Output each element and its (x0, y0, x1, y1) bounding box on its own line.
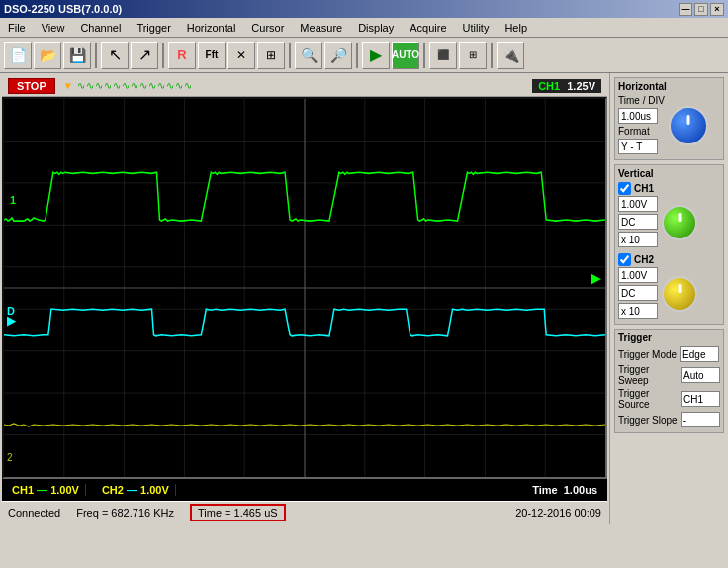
tb-ch1[interactable]: R (168, 42, 196, 69)
tb-sep1 (95, 43, 97, 68)
svg-text:2: 2 (7, 452, 13, 463)
trigger-mode-label: Trigger Mode (618, 349, 677, 360)
status-bottom: CH1 — 1.00V CH2 — 1.00V Time 1.00us (2, 479, 607, 501)
menu-channel[interactable]: Channel (76, 21, 125, 35)
tb-cursor-select[interactable]: ↗ (131, 42, 158, 69)
tb-fft[interactable]: Fft (198, 42, 226, 69)
ch2-checkbox-row: CH2 (618, 253, 720, 266)
trigger-signal: ▼ ∿∿∿∿∿∿∿∿∿∿∿∿∿ (65, 80, 193, 91)
ch1-label: CH1 (634, 183, 654, 194)
waveform-display: ▶ ▶ 2 1 D (4, 99, 605, 477)
tb-auto[interactable]: AUTO (392, 42, 419, 69)
svg-text:D: D (7, 304, 15, 316)
ch2-checkbox[interactable] (618, 253, 631, 266)
status-top: STOP ▼ ∿∿∿∿∿∿∿∿∿∿∿∿∿ CH1 1.25V (2, 75, 607, 97)
tb-zoom[interactable]: 🔎 (324, 42, 352, 69)
vertical-title: Vertical (618, 168, 720, 179)
tb-stop2[interactable]: ⊞ (459, 42, 487, 69)
ch2-knob-row: 1.00V DC x 10 (618, 267, 720, 321)
toolbar: 📄 📂 💾 ↖ ↗ R Fft ✕ ⊞ 🔍 🔎 ▶ AUTO ⬛ ⊞ 🔌 (0, 38, 728, 73)
menu-bar: File View Channel Trigger Horizontal Cur… (0, 18, 728, 38)
ch1-knob-row: 1.00V DC x 10 (618, 196, 720, 249)
tb-single[interactable]: ⬛ (429, 42, 457, 69)
timediv-select-row: 1.00us (618, 108, 665, 124)
trigger-sweep-select[interactable]: Auto (681, 367, 720, 383)
menu-acquire[interactable]: Acquire (406, 21, 450, 35)
svg-text:1: 1 (10, 194, 16, 206)
tb-ref[interactable]: ⊞ (257, 42, 285, 69)
close-button[interactable]: × (710, 3, 724, 16)
ch2-volt-select[interactable]: 1.00V (618, 267, 658, 283)
ch1-knob[interactable] (662, 205, 697, 240)
main-content: STOP ▼ ∿∿∿∿∿∿∿∿∿∿∿∿∿ CH1 1.25V (0, 73, 728, 524)
menu-measure[interactable]: Measure (296, 21, 346, 35)
menu-horizontal[interactable]: Horizontal (183, 21, 240, 35)
trigger-mode-select[interactable]: Edge (680, 346, 719, 362)
menu-display[interactable]: Display (354, 21, 398, 35)
horizontal-knob-row: Time / DIV 1.00us Format Y - T (618, 95, 720, 156)
minimize-button[interactable]: — (679, 3, 692, 16)
tb-sep5 (423, 43, 425, 68)
menu-file[interactable]: File (4, 21, 30, 35)
tb-run[interactable]: ▶ (362, 42, 390, 69)
ch2-status: CH2 — 1.00V (96, 484, 176, 496)
ch2-label: CH2 (634, 254, 654, 265)
frequency-display: Freq = 682.716 KHz (76, 507, 174, 519)
time-status: Time 1.00us (526, 484, 603, 496)
tb-new[interactable]: 📄 (4, 42, 32, 69)
app-title: DSO-2250 USB(7.0.0.0) (4, 3, 122, 15)
info-bar: Connected Freq = 682.716 KHz Time = 1.46… (2, 501, 607, 522)
format-select-row: Y - T (618, 139, 665, 154)
tb-sep3 (289, 43, 291, 68)
tb-sep4 (356, 43, 358, 68)
timediv-row: Time / DIV (618, 95, 665, 106)
format-select[interactable]: Y - T (618, 139, 658, 154)
trigger-section: Trigger Trigger Mode Edge Trigger Sweep … (614, 329, 724, 433)
tb-save[interactable]: 💾 (63, 42, 91, 69)
menu-cursor[interactable]: Cursor (247, 21, 288, 35)
ch1-coupling-select[interactable]: DC (618, 214, 658, 230)
menu-help[interactable]: Help (500, 21, 531, 35)
menu-view[interactable]: View (38, 21, 69, 35)
connected-status: Connected (8, 507, 60, 519)
trigger-sweep-row: Trigger Sweep Auto (618, 364, 720, 386)
trigger-title: Trigger (618, 332, 720, 343)
format-row: Format (618, 126, 665, 137)
tb-usb[interactable]: 🔌 (497, 42, 524, 69)
osc-area: STOP ▼ ∿∿∿∿∿∿∿∿∿∿∿∿∿ CH1 1.25V (0, 73, 609, 524)
horizontal-section: Horizontal Time / DIV 1.00us Format (614, 77, 724, 160)
right-panel: Horizontal Time / DIV 1.00us Format (609, 73, 728, 524)
stop-button[interactable]: STOP (8, 78, 55, 94)
date-display: 20-12-2016 00:09 (515, 507, 601, 519)
ch1-voltage-display: CH1 1.25V (532, 79, 601, 93)
tb-math[interactable]: ✕ (228, 42, 255, 69)
tb-cursor-normal[interactable]: ↖ (101, 42, 129, 69)
tb-sep6 (491, 43, 493, 68)
ch1-checkbox[interactable] (618, 182, 631, 195)
trigger-source-select[interactable]: CH1 (681, 391, 720, 407)
maximize-button[interactable]: □ (694, 3, 708, 16)
trigger-slope-row: Trigger Slope - (618, 412, 720, 427)
horizontal-knob[interactable] (669, 106, 708, 145)
title-bar: DSO-2250 USB(7.0.0.0) — □ × (0, 0, 728, 18)
trigger-slope-label: Trigger Slope (618, 415, 678, 426)
menu-utility[interactable]: Utility (459, 21, 494, 35)
timediv-label: Time / DIV (618, 95, 665, 106)
ch1-status: CH1 — 1.00V (6, 484, 86, 496)
trigger-source-row: Trigger Source CH1 (618, 388, 720, 410)
format-label: Format (618, 126, 650, 137)
ch2-knob[interactable] (662, 276, 697, 312)
tb-search[interactable]: 🔍 (295, 42, 322, 69)
trigger-source-label: Trigger Source (618, 388, 678, 410)
trigger-mode-row: Trigger Mode Edge (618, 346, 720, 362)
trigger-slope-select[interactable]: - (681, 412, 720, 427)
ch1-probe-select[interactable]: x 10 (618, 232, 658, 247)
tb-open[interactable]: 📂 (34, 42, 61, 69)
timediv-select[interactable]: 1.00us (618, 108, 658, 124)
ch1-volt-select[interactable]: 1.00V (618, 196, 658, 212)
trigger-sweep-label: Trigger Sweep (618, 364, 678, 386)
menu-trigger[interactable]: Trigger (133, 21, 174, 35)
ch2-probe-select[interactable]: x 10 (618, 303, 658, 319)
tb-sep2 (162, 43, 164, 68)
ch2-coupling-select[interactable]: DC (618, 285, 658, 301)
